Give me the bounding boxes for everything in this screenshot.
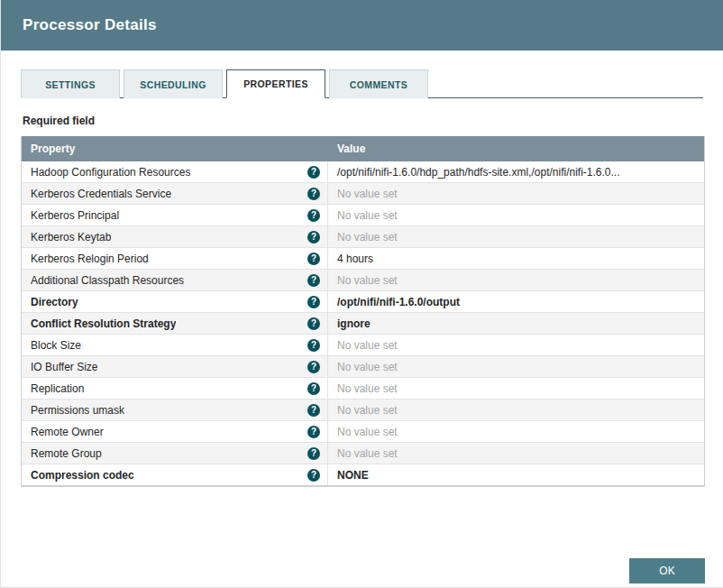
table-row[interactable]: Compression codec ? NONE xyxy=(22,464,704,486)
dialog-title: Processor Details xyxy=(23,16,157,34)
property-cell: Remote Owner ? xyxy=(22,421,328,442)
property-cell: Block Size ? xyxy=(22,335,328,355)
value-cell[interactable]: No value set xyxy=(328,205,704,225)
property-name: Conflict Resolution Strategy xyxy=(31,317,176,330)
value-cell[interactable]: No value set xyxy=(328,378,704,399)
help-icon[interactable]: ? xyxy=(307,188,320,200)
value-cell[interactable]: No value set xyxy=(328,400,704,420)
dialog-header: Processor Details xyxy=(1,0,723,51)
property-cell: Kerberos Principal ? xyxy=(22,205,328,225)
table-row[interactable]: Permissions umask ? No value set xyxy=(22,400,704,421)
table-row[interactable]: Remote Group ? No value set xyxy=(22,443,704,464)
properties-table: Property Value Hadoop Configuration Reso… xyxy=(21,136,705,487)
property-name: Kerberos Keytab xyxy=(31,231,111,243)
tab-comments[interactable]: COMMENTS xyxy=(329,69,428,98)
property-name: Directory xyxy=(31,296,78,308)
value-cell[interactable]: No value set xyxy=(328,335,704,355)
table-row[interactable]: Kerberos Relogin Period ? 4 hours xyxy=(22,248,704,270)
property-cell: Permissions umask ? xyxy=(22,400,328,420)
property-name: Compression codec xyxy=(31,469,134,482)
help-icon[interactable]: ? xyxy=(307,296,320,308)
help-icon[interactable]: ? xyxy=(307,253,320,265)
value-cell[interactable]: No value set xyxy=(328,443,704,464)
value-cell[interactable]: /opt/nifi/nifi-1.6.0/output xyxy=(328,291,704,312)
value-cell[interactable]: No value set xyxy=(328,226,704,247)
table-row[interactable]: Directory ? /opt/nifi/nifi-1.6.0/output xyxy=(22,291,704,313)
property-cell: Compression codec ? xyxy=(22,464,328,485)
tab-scheduling[interactable]: SCHEDULING xyxy=(124,69,223,98)
value-cell[interactable]: No value set xyxy=(328,183,704,204)
table-row[interactable]: Additional Classpath Resources ? No valu… xyxy=(22,270,704,291)
property-name: IO Buffer Size xyxy=(31,361,97,373)
help-icon[interactable]: ? xyxy=(307,339,320,352)
property-name: Kerberos Relogin Period xyxy=(31,253,149,265)
property-cell: Kerberos Credentials Service ? xyxy=(22,183,328,204)
property-cell: Replication ? xyxy=(22,378,328,399)
value-cell[interactable]: 4 hours xyxy=(328,248,704,269)
tabs: SETTINGSSCHEDULINGPROPERTIESCOMMENTS xyxy=(21,69,703,98)
table-row[interactable]: Remote Owner ? No value set xyxy=(22,421,704,443)
property-cell: Kerberos Keytab ? xyxy=(22,226,328,247)
value-cell[interactable]: ignore xyxy=(328,313,704,334)
tab-properties[interactable]: PROPERTIES xyxy=(226,69,325,98)
property-cell: Directory ? xyxy=(22,291,328,312)
property-name: Kerberos Principal xyxy=(31,209,119,222)
table-row[interactable]: Kerberos Principal ? No value set xyxy=(22,205,704,226)
property-cell: Kerberos Relogin Period ? xyxy=(22,248,328,269)
help-icon[interactable]: ? xyxy=(307,317,320,330)
property-cell: Remote Group ? xyxy=(22,443,328,464)
property-name: Hadoop Configuration Resources xyxy=(31,166,190,179)
required-field-label: Required field xyxy=(23,115,701,127)
property-cell: IO Buffer Size ? xyxy=(22,356,328,377)
property-name: Remote Group xyxy=(31,447,102,460)
table-row[interactable]: Block Size ? No value set xyxy=(22,335,704,356)
table-row[interactable]: Hadoop Configuration Resources ? /opt/ni… xyxy=(22,161,704,183)
ok-button[interactable]: OK xyxy=(629,558,705,583)
table-header-row: Property Value xyxy=(22,136,704,161)
help-icon[interactable]: ? xyxy=(307,166,320,179)
help-icon[interactable]: ? xyxy=(307,382,320,395)
property-name: Additional Classpath Resources xyxy=(31,274,184,287)
table-row[interactable]: IO Buffer Size ? No value set xyxy=(22,356,704,378)
value-cell[interactable]: No value set xyxy=(328,356,704,377)
help-icon[interactable]: ? xyxy=(307,361,320,373)
value-cell[interactable]: No value set xyxy=(328,270,704,290)
table-row[interactable]: Conflict Resolution Strategy ? ignore xyxy=(22,313,704,335)
help-icon[interactable]: ? xyxy=(307,404,320,417)
help-icon[interactable]: ? xyxy=(307,209,320,222)
property-name: Replication xyxy=(31,382,84,395)
help-icon[interactable]: ? xyxy=(307,426,320,438)
table-row[interactable]: Kerberos Keytab ? No value set xyxy=(22,226,704,248)
value-cell[interactable]: /opt/nifi/nifi-1.6.0/hdp_path/hdfs-site.… xyxy=(328,161,704,182)
value-cell[interactable]: No value set xyxy=(328,421,704,442)
table-body: Hadoop Configuration Resources ? /opt/ni… xyxy=(22,161,704,486)
property-cell: Conflict Resolution Strategy ? xyxy=(22,313,328,334)
value-cell[interactable]: NONE xyxy=(328,464,704,485)
tab-settings[interactable]: SETTINGS xyxy=(21,69,120,98)
help-icon[interactable]: ? xyxy=(307,447,320,460)
property-name: Block Size xyxy=(31,339,81,352)
table-row[interactable]: Kerberos Credentials Service ? No value … xyxy=(22,183,704,205)
table-row[interactable]: Replication ? No value set xyxy=(22,378,704,400)
property-name: Permissions umask xyxy=(31,404,124,417)
property-cell: Hadoop Configuration Resources ? xyxy=(22,161,328,182)
property-cell: Additional Classpath Resources ? xyxy=(22,270,328,290)
column-header-value: Value xyxy=(328,142,704,155)
column-header-property: Property xyxy=(22,142,328,155)
help-icon[interactable]: ? xyxy=(307,274,320,287)
help-icon[interactable]: ? xyxy=(307,231,320,243)
help-icon[interactable]: ? xyxy=(307,469,320,482)
processor-details-dialog: Processor Details SETTINGSSCHEDULINGPROP… xyxy=(0,0,723,588)
property-name: Remote Owner xyxy=(31,426,104,438)
property-name: Kerberos Credentials Service xyxy=(31,188,171,200)
